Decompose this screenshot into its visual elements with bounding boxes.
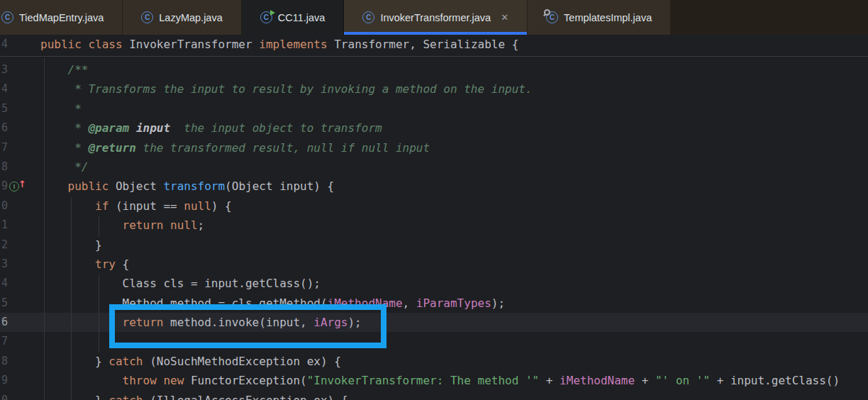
editor-tab-bar: CTiedMapEntry.javaCLazyMap.javaCCC11.jav… [0,0,868,35]
java-class-lock-icon: C [546,11,558,23]
code-line: 9I↑ public Object transform(Object input… [0,177,868,196]
tab-CC11-java[interactable]: CCC11.java [242,0,345,35]
code-line-text: throw new FunctorException("InvokerTrans… [40,371,840,390]
code-line: 4 * Transforms the input to result by in… [0,79,868,99]
line-number: 8 [1,157,10,177]
code-line: 8 } catch (NoSuchMethodException ex) { [0,352,868,371]
code-line-text: return null; [40,216,204,235]
tab-TemplatesImpl-java[interactable]: CTemplatesImpl.java [528,0,671,35]
tab-InvokerTransformer-java[interactable]: CInvokerTransformer.java✕ [344,0,528,35]
tab-LazyMap-java[interactable]: CLazyMap.java [123,0,241,35]
tab-close-icon[interactable]: ✕ [501,13,508,22]
line-number: 0 [1,391,10,400]
code-line: 1 return null; [0,216,868,235]
code-line-text: public class InvokerTransformer implemen… [40,35,518,54]
readonly-lock-icon [544,9,550,16]
line-number: 4 [1,79,10,99]
code-line-text: */ [40,157,88,177]
code-line-text: * [40,99,82,118]
code-line: 0 if (input == null) { [0,196,868,216]
indent-guide [71,197,72,400]
line-number: 3 [1,60,10,79]
code-line-text: /** [40,60,88,79]
sticky-class-header: 4public class InvokerTransformer impleme… [0,35,868,57]
tab-label: TemplatesImpl.java [564,12,652,23]
tab-label: TiedMapEntry.java [19,12,104,23]
line-number: 1 [1,216,10,235]
code-line-text: * Transforms the input to result by invo… [40,79,533,99]
code-line-text: if (input == null) { [40,196,232,216]
code-line: 0 } catch (IllegalAccessException ex) { [0,391,868,400]
indent-guide [44,58,45,400]
code-line-text: * @return the transformed result, null i… [40,138,430,157]
line-number: 7 [1,332,10,351]
line-number: 5 [1,294,10,313]
tab-label: InvokerTransformer.java [380,12,491,23]
sticky-code-line: 4public class InvokerTransformer impleme… [0,35,868,54]
code-line-text: } catch (NoSuchMethodException ex) { [40,352,341,371]
code-editor[interactable]: 4public class InvokerTransformer impleme… [0,35,868,400]
java-class-icon: C [362,11,374,23]
ide-window: CTiedMapEntry.javaCLazyMap.javaCCC11.jav… [0,0,868,400]
indent-guide [99,275,99,352]
line-number: 6 [1,118,10,138]
line-number: 8 [1,352,10,371]
tab-label: LazyMap.java [159,12,222,23]
implements-up-arrow: ↑ [18,179,26,190]
tab-label: CC11.java [278,12,326,23]
line-number: 6 [1,313,10,332]
code-line: 7 * @return the transformed result, null… [0,138,868,157]
line-number: 4 [1,35,10,54]
code-line: 6 * @param input the input object to tra… [0,118,868,138]
line-number: 5 [1,99,10,118]
line-number: 4 [1,274,10,293]
highlight-annotation-box [109,304,386,348]
code-line: 8 */ [0,157,868,177]
line-number: 9 [1,371,10,390]
line-number: 2 [1,235,10,255]
code-line: 5 * [0,99,868,118]
code-line-text: } catch (IllegalAccessException ex) { [40,391,347,400]
line-number: 0 [1,196,10,216]
java-class-run-icon: C [260,11,272,23]
code-line-text: * @param input the input object to trans… [40,118,382,138]
line-number: 7 [1,138,10,157]
line-number: 3 [1,255,10,274]
code-line: 2 } [0,235,868,255]
implements-method-icon[interactable]: I↑ [9,181,25,192]
code-line: 3 /** [0,60,868,79]
code-line: 3 try { [0,255,868,274]
code-line: 4 Class cls = input.getClass(); [0,274,868,293]
indent-guide [99,216,99,236]
code-lines-container: 3 /**4 * Transforms the input to result … [0,57,868,400]
java-class-icon: C [141,11,153,23]
tab-TiedMapEntry-java[interactable]: CTiedMapEntry.java [0,0,123,35]
code-line-text: Class cls = input.getClass(); [40,274,321,293]
run-overlay-icon [270,10,275,16]
code-line: 9 throw new FunctorException("InvokerTra… [0,371,868,390]
code-line-text: public Object transform(Object input) { [40,177,334,196]
code-line-text: try { [40,255,129,274]
java-class-icon: C [1,11,13,23]
interface-marker-circle: I [9,182,19,191]
